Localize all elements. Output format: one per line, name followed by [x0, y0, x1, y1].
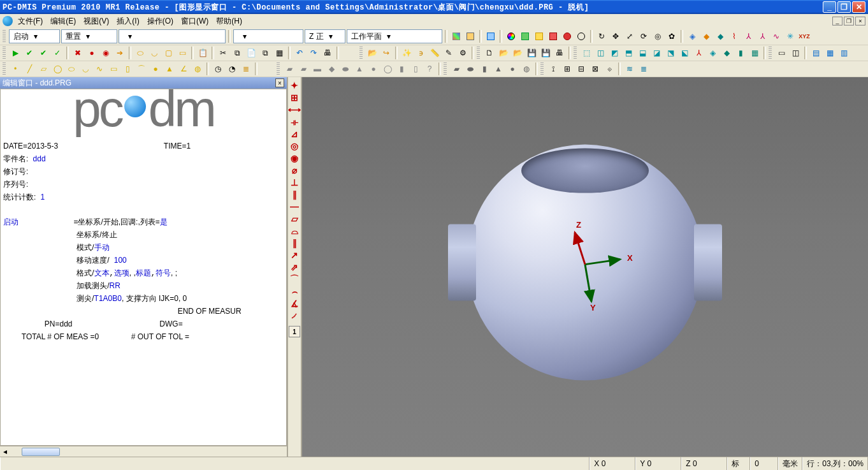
open-file-icon[interactable]: 📂 — [497, 47, 510, 59]
target-icon[interactable]: ◉ — [99, 47, 112, 59]
yellow-circle-icon[interactable]: ◯ — [51, 62, 64, 75]
dim-profile-icon[interactable]: ⌒ — [289, 274, 300, 285]
yellow-arc-icon[interactable]: ◡ — [79, 62, 92, 75]
bolt-icon[interactable]: ϶ — [414, 47, 427, 59]
combo-empty-2[interactable]: ▾ — [233, 29, 303, 43]
zoom-icon[interactable]: ⤢ — [623, 30, 636, 43]
iso-cube-icon[interactable]: ◈ — [706, 47, 719, 59]
brush-icon[interactable]: ✎ — [442, 47, 455, 59]
pattern-icon[interactable]: ▦ — [273, 47, 286, 59]
menu-view[interactable]: 视图(V) — [81, 15, 112, 28]
probe-up-icon[interactable]: ⅄ — [742, 30, 755, 43]
cube-7-icon[interactable]: ⬔ — [664, 47, 677, 59]
save-icon[interactable]: 💾 — [525, 47, 538, 59]
toolbar-grip-icon[interactable] — [3, 30, 6, 43]
tol-2-icon[interactable]: ≣ — [637, 62, 650, 75]
solid-torus-icon[interactable]: ◍ — [520, 62, 533, 75]
cube-5-icon[interactable]: ⬓ — [636, 47, 649, 59]
edit-window-close-button[interactable]: × — [275, 78, 284, 87]
shade-cube-icon[interactable]: ▮ — [734, 47, 747, 59]
yellow-sphere-icon[interactable]: ● — [149, 62, 162, 75]
chart-icon[interactable]: ◔ — [226, 62, 238, 75]
dim-width-icon[interactable]: ⟷ — [289, 104, 300, 115]
solid-sphere-icon[interactable]: ● — [506, 62, 519, 75]
dim-diameter-icon[interactable]: ⌀ — [289, 165, 300, 176]
window-single-icon[interactable]: ▭ — [775, 47, 788, 59]
yellow-line-icon[interactable]: ╱ — [23, 62, 36, 75]
yellow-pin-icon[interactable]: ⌒ — [135, 62, 148, 75]
dim-position-icon[interactable]: ∡ — [289, 298, 300, 309]
align-axes-icon[interactable]: ✳ — [784, 30, 797, 43]
dim-height-icon[interactable]: ⟛ — [289, 116, 300, 128]
solid-cone-icon[interactable]: ▲ — [492, 62, 505, 75]
target-circle-icon[interactable] — [575, 30, 588, 43]
dim-total-runout-icon[interactable]: ⇗ — [289, 261, 300, 273]
minimize-button[interactable]: _ — [823, 1, 836, 13]
dim-surf-icon[interactable]: ⌓ — [289, 225, 300, 237]
check-all-icon[interactable]: ✔ — [37, 47, 50, 59]
cut-icon[interactable]: ✂ — [217, 47, 229, 59]
cube-6-icon[interactable]: ◪ — [650, 47, 663, 59]
dim-parallel-icon[interactable]: ∥ — [289, 189, 300, 200]
grid-cube-icon[interactable]: ▦ — [748, 47, 761, 59]
arc-icon[interactable]: ◡ — [148, 47, 161, 59]
folder-open-icon[interactable]: 📂 — [366, 47, 379, 59]
grey-plane2-icon[interactable]: ▰ — [297, 62, 310, 75]
form-icon[interactable]: ▥ — [837, 47, 850, 59]
grey-disk-icon[interactable]: ⬬ — [339, 62, 352, 75]
toolbar-grip-icon[interactable] — [359, 47, 363, 59]
mdi-close-button[interactable]: × — [855, 17, 865, 26]
new-file-icon[interactable]: 🗋 — [483, 47, 496, 59]
layer-orange-icon[interactable]: ◆ — [700, 30, 712, 43]
dim-angle-icon[interactable]: ⊿ — [289, 128, 300, 140]
menu-file[interactable]: 文件(F) — [15, 15, 45, 28]
cancel-icon[interactable]: ✖ — [71, 47, 84, 59]
report-icon[interactable]: ▤ — [809, 47, 822, 59]
folder-goto-icon[interactable]: ↪ — [380, 47, 393, 59]
palette-icon[interactable] — [484, 30, 497, 43]
close-button[interactable]: ✕ — [852, 1, 865, 13]
cube-3-icon[interactable]: ◩ — [608, 47, 621, 59]
check-icon[interactable]: ✔ — [23, 47, 36, 59]
probe-down-icon[interactable]: ⅄ — [756, 30, 769, 43]
cube-4-icon[interactable]: ⬒ — [622, 47, 635, 59]
toolbar-grip-icon[interactable] — [3, 62, 6, 75]
play-icon[interactable]: ▶ — [9, 47, 22, 59]
menu-insert[interactable]: 插入(I) — [114, 15, 141, 28]
dim-point-icon[interactable]: ✦ — [289, 80, 300, 91]
dim-straight-icon[interactable]: ▱ — [289, 213, 300, 224]
yellow-ellipse-icon[interactable]: ⬭ — [65, 62, 78, 75]
window-split-icon[interactable]: ◫ — [789, 47, 802, 59]
gear-icon[interactable]: ✿ — [665, 30, 678, 43]
dim-lineprof-icon[interactable]: ⌢ — [289, 286, 300, 297]
dim-2-icon[interactable]: ⊞ — [561, 62, 574, 75]
combo-empty-1[interactable]: ▾ — [119, 29, 226, 43]
stack-icon[interactable]: ≣ — [240, 62, 252, 75]
yellow-torus-icon[interactable]: ◍ — [191, 62, 204, 75]
solid-disk-icon[interactable]: ⬬ — [464, 62, 477, 75]
combo-workplane[interactable]: 工作平面▾ — [347, 29, 442, 43]
combo-zplus[interactable]: Z 正▾ — [305, 29, 345, 43]
solid-plane-icon[interactable]: ▰ — [450, 62, 463, 75]
copies-icon[interactable]: ⧉ — [259, 47, 271, 59]
yellow-plane-icon[interactable]: ▱ — [37, 62, 50, 75]
trihedron-icon[interactable]: ⅄ — [692, 47, 705, 59]
mdi-restore-button[interactable]: ❐ — [844, 17, 854, 26]
copy-icon[interactable]: ⧉ — [231, 47, 243, 59]
mdi-minimize-button[interactable]: _ — [832, 17, 843, 26]
grey-cone-icon[interactable]: ▲ — [353, 62, 366, 75]
menu-window[interactable]: 窗口(W) — [178, 15, 211, 28]
yellow-slot-icon[interactable]: ▭ — [107, 62, 120, 75]
grey-plane-icon[interactable]: ▰ — [283, 62, 296, 75]
rotate-icon[interactable]: ↻ — [595, 30, 608, 43]
toolbar-grip-icon[interactable] — [477, 47, 480, 59]
dim-grid-icon[interactable]: ⊞ — [289, 92, 300, 103]
dim-1-icon[interactable]: ⟟ — [547, 62, 560, 75]
undo-icon[interactable]: ↶ — [293, 47, 306, 59]
solid-cyl-icon[interactable]: ▮ — [478, 62, 491, 75]
dim-flat-icon[interactable]: — — [289, 201, 300, 212]
toolbar-grip-icon[interactable] — [444, 62, 447, 75]
axes-color-icon[interactable]: ⌇ — [728, 30, 741, 43]
move-icon[interactable]: ✥ — [609, 30, 622, 43]
red-circle-icon[interactable] — [561, 30, 574, 43]
